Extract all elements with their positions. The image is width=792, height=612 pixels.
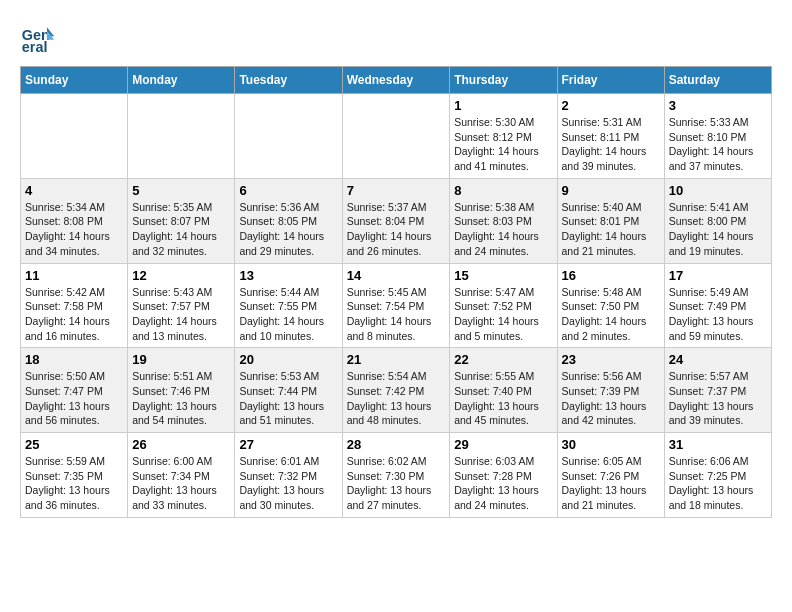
- day-info: Sunrise: 6:06 AM Sunset: 7:25 PM Dayligh…: [669, 454, 767, 513]
- day-number: 14: [347, 268, 446, 283]
- column-header-monday: Monday: [128, 67, 235, 94]
- day-number: 18: [25, 352, 123, 367]
- calendar-cell: 28Sunrise: 6:02 AM Sunset: 7:30 PM Dayli…: [342, 433, 450, 518]
- day-number: 15: [454, 268, 552, 283]
- calendar-cell: 26Sunrise: 6:00 AM Sunset: 7:34 PM Dayli…: [128, 433, 235, 518]
- day-info: Sunrise: 6:01 AM Sunset: 7:32 PM Dayligh…: [239, 454, 337, 513]
- day-info: Sunrise: 5:42 AM Sunset: 7:58 PM Dayligh…: [25, 285, 123, 344]
- calendar-week-row: 11Sunrise: 5:42 AM Sunset: 7:58 PM Dayli…: [21, 263, 772, 348]
- calendar-cell: 16Sunrise: 5:48 AM Sunset: 7:50 PM Dayli…: [557, 263, 664, 348]
- day-number: 6: [239, 183, 337, 198]
- calendar-cell: 20Sunrise: 5:53 AM Sunset: 7:44 PM Dayli…: [235, 348, 342, 433]
- day-info: Sunrise: 5:57 AM Sunset: 7:37 PM Dayligh…: [669, 369, 767, 428]
- day-info: Sunrise: 6:02 AM Sunset: 7:30 PM Dayligh…: [347, 454, 446, 513]
- day-info: Sunrise: 5:50 AM Sunset: 7:47 PM Dayligh…: [25, 369, 123, 428]
- day-number: 30: [562, 437, 660, 452]
- day-info: Sunrise: 5:47 AM Sunset: 7:52 PM Dayligh…: [454, 285, 552, 344]
- day-number: 5: [132, 183, 230, 198]
- calendar-cell: 7Sunrise: 5:37 AM Sunset: 8:04 PM Daylig…: [342, 178, 450, 263]
- calendar-cell: 31Sunrise: 6:06 AM Sunset: 7:25 PM Dayli…: [664, 433, 771, 518]
- day-info: Sunrise: 5:30 AM Sunset: 8:12 PM Dayligh…: [454, 115, 552, 174]
- day-info: Sunrise: 5:37 AM Sunset: 8:04 PM Dayligh…: [347, 200, 446, 259]
- day-number: 28: [347, 437, 446, 452]
- calendar-cell: 5Sunrise: 5:35 AM Sunset: 8:07 PM Daylig…: [128, 178, 235, 263]
- day-info: Sunrise: 5:44 AM Sunset: 7:55 PM Dayligh…: [239, 285, 337, 344]
- day-number: 22: [454, 352, 552, 367]
- day-info: Sunrise: 5:56 AM Sunset: 7:39 PM Dayligh…: [562, 369, 660, 428]
- day-number: 27: [239, 437, 337, 452]
- column-header-wednesday: Wednesday: [342, 67, 450, 94]
- day-info: Sunrise: 5:36 AM Sunset: 8:05 PM Dayligh…: [239, 200, 337, 259]
- calendar-cell: 13Sunrise: 5:44 AM Sunset: 7:55 PM Dayli…: [235, 263, 342, 348]
- calendar-cell: 23Sunrise: 5:56 AM Sunset: 7:39 PM Dayli…: [557, 348, 664, 433]
- day-info: Sunrise: 5:33 AM Sunset: 8:10 PM Dayligh…: [669, 115, 767, 174]
- calendar-cell: 12Sunrise: 5:43 AM Sunset: 7:57 PM Dayli…: [128, 263, 235, 348]
- day-number: 23: [562, 352, 660, 367]
- calendar-cell: 1Sunrise: 5:30 AM Sunset: 8:12 PM Daylig…: [450, 94, 557, 179]
- day-number: 2: [562, 98, 660, 113]
- calendar-cell: 25Sunrise: 5:59 AM Sunset: 7:35 PM Dayli…: [21, 433, 128, 518]
- calendar-cell: 21Sunrise: 5:54 AM Sunset: 7:42 PM Dayli…: [342, 348, 450, 433]
- day-info: Sunrise: 5:55 AM Sunset: 7:40 PM Dayligh…: [454, 369, 552, 428]
- calendar-cell: [342, 94, 450, 179]
- svg-text:eral: eral: [22, 39, 48, 55]
- day-number: 19: [132, 352, 230, 367]
- calendar-cell: 2Sunrise: 5:31 AM Sunset: 8:11 PM Daylig…: [557, 94, 664, 179]
- calendar-cell: 29Sunrise: 6:03 AM Sunset: 7:28 PM Dayli…: [450, 433, 557, 518]
- calendar-week-row: 18Sunrise: 5:50 AM Sunset: 7:47 PM Dayli…: [21, 348, 772, 433]
- calendar-cell: 14Sunrise: 5:45 AM Sunset: 7:54 PM Dayli…: [342, 263, 450, 348]
- calendar-cell: 19Sunrise: 5:51 AM Sunset: 7:46 PM Dayli…: [128, 348, 235, 433]
- day-number: 24: [669, 352, 767, 367]
- day-number: 1: [454, 98, 552, 113]
- calendar-cell: 17Sunrise: 5:49 AM Sunset: 7:49 PM Dayli…: [664, 263, 771, 348]
- day-info: Sunrise: 5:54 AM Sunset: 7:42 PM Dayligh…: [347, 369, 446, 428]
- calendar-cell: 6Sunrise: 5:36 AM Sunset: 8:05 PM Daylig…: [235, 178, 342, 263]
- logo: Gen eral: [20, 20, 60, 56]
- day-number: 9: [562, 183, 660, 198]
- day-number: 13: [239, 268, 337, 283]
- day-number: 16: [562, 268, 660, 283]
- day-info: Sunrise: 6:00 AM Sunset: 7:34 PM Dayligh…: [132, 454, 230, 513]
- day-info: Sunrise: 6:03 AM Sunset: 7:28 PM Dayligh…: [454, 454, 552, 513]
- day-info: Sunrise: 6:05 AM Sunset: 7:26 PM Dayligh…: [562, 454, 660, 513]
- column-header-thursday: Thursday: [450, 67, 557, 94]
- calendar-cell: [21, 94, 128, 179]
- day-number: 21: [347, 352, 446, 367]
- calendar-cell: 30Sunrise: 6:05 AM Sunset: 7:26 PM Dayli…: [557, 433, 664, 518]
- calendar-cell: 9Sunrise: 5:40 AM Sunset: 8:01 PM Daylig…: [557, 178, 664, 263]
- column-header-friday: Friday: [557, 67, 664, 94]
- day-info: Sunrise: 5:53 AM Sunset: 7:44 PM Dayligh…: [239, 369, 337, 428]
- day-info: Sunrise: 5:45 AM Sunset: 7:54 PM Dayligh…: [347, 285, 446, 344]
- column-header-tuesday: Tuesday: [235, 67, 342, 94]
- calendar-week-row: 25Sunrise: 5:59 AM Sunset: 7:35 PM Dayli…: [21, 433, 772, 518]
- calendar-cell: 27Sunrise: 6:01 AM Sunset: 7:32 PM Dayli…: [235, 433, 342, 518]
- day-info: Sunrise: 5:35 AM Sunset: 8:07 PM Dayligh…: [132, 200, 230, 259]
- day-number: 10: [669, 183, 767, 198]
- day-number: 31: [669, 437, 767, 452]
- day-info: Sunrise: 5:59 AM Sunset: 7:35 PM Dayligh…: [25, 454, 123, 513]
- calendar-cell: 15Sunrise: 5:47 AM Sunset: 7:52 PM Dayli…: [450, 263, 557, 348]
- logo-icon: Gen eral: [20, 20, 56, 56]
- day-info: Sunrise: 5:34 AM Sunset: 8:08 PM Dayligh…: [25, 200, 123, 259]
- calendar-cell: 8Sunrise: 5:38 AM Sunset: 8:03 PM Daylig…: [450, 178, 557, 263]
- calendar-cell: 11Sunrise: 5:42 AM Sunset: 7:58 PM Dayli…: [21, 263, 128, 348]
- day-number: 11: [25, 268, 123, 283]
- day-info: Sunrise: 5:48 AM Sunset: 7:50 PM Dayligh…: [562, 285, 660, 344]
- day-info: Sunrise: 5:31 AM Sunset: 8:11 PM Dayligh…: [562, 115, 660, 174]
- calendar-table: SundayMondayTuesdayWednesdayThursdayFrid…: [20, 66, 772, 518]
- calendar-cell: 4Sunrise: 5:34 AM Sunset: 8:08 PM Daylig…: [21, 178, 128, 263]
- calendar-cell: 10Sunrise: 5:41 AM Sunset: 8:00 PM Dayli…: [664, 178, 771, 263]
- calendar-week-row: 1Sunrise: 5:30 AM Sunset: 8:12 PM Daylig…: [21, 94, 772, 179]
- calendar-cell: 24Sunrise: 5:57 AM Sunset: 7:37 PM Dayli…: [664, 348, 771, 433]
- day-number: 4: [25, 183, 123, 198]
- day-info: Sunrise: 5:43 AM Sunset: 7:57 PM Dayligh…: [132, 285, 230, 344]
- calendar-cell: 3Sunrise: 5:33 AM Sunset: 8:10 PM Daylig…: [664, 94, 771, 179]
- calendar-cell: [235, 94, 342, 179]
- calendar-week-row: 4Sunrise: 5:34 AM Sunset: 8:08 PM Daylig…: [21, 178, 772, 263]
- day-info: Sunrise: 5:40 AM Sunset: 8:01 PM Dayligh…: [562, 200, 660, 259]
- day-number: 25: [25, 437, 123, 452]
- day-info: Sunrise: 5:38 AM Sunset: 8:03 PM Dayligh…: [454, 200, 552, 259]
- column-header-saturday: Saturday: [664, 67, 771, 94]
- day-number: 29: [454, 437, 552, 452]
- calendar-cell: 22Sunrise: 5:55 AM Sunset: 7:40 PM Dayli…: [450, 348, 557, 433]
